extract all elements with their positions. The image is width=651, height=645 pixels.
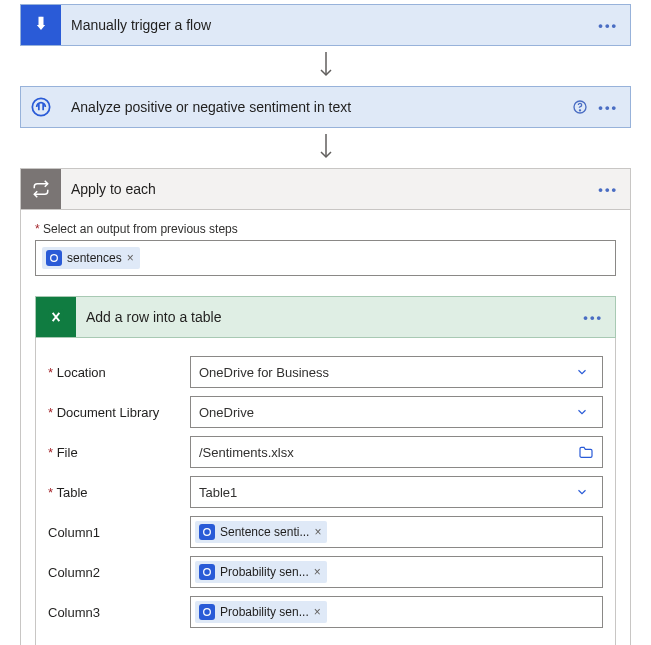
file-picker[interactable]: /Sentiments.xlsx xyxy=(190,436,603,468)
library-label: Document Library xyxy=(48,405,178,420)
svg-point-10 xyxy=(204,609,211,616)
token-col1[interactable]: Sentence senti... × xyxy=(195,521,327,543)
token-col3[interactable]: Probability sen... × xyxy=(195,601,327,623)
table-select[interactable]: Table1 xyxy=(190,476,603,508)
column1-label: Column1 xyxy=(48,525,178,540)
loop-menu-button[interactable]: ••• xyxy=(598,182,618,197)
location-label: Location xyxy=(48,365,178,380)
loop-icon xyxy=(21,169,61,209)
excel-action-header[interactable]: Add a row into a table ••• xyxy=(35,296,616,338)
token-sentences[interactable]: sentences × xyxy=(42,247,140,269)
library-select[interactable]: OneDrive xyxy=(190,396,603,428)
output-label: Select an output from previous steps xyxy=(35,222,616,236)
manual-trigger-icon xyxy=(21,5,61,45)
svg-point-2 xyxy=(32,98,49,115)
token-label: sentences xyxy=(67,251,122,265)
svg-point-6 xyxy=(51,255,58,262)
column2-label: Column2 xyxy=(48,565,178,580)
token-remove-button[interactable]: × xyxy=(127,251,134,265)
token-label: Probability sen... xyxy=(220,565,309,579)
svg-point-9 xyxy=(204,569,211,576)
trigger-card[interactable]: Manually trigger a flow ••• xyxy=(20,4,631,46)
location-select[interactable]: OneDrive for Business xyxy=(190,356,603,388)
flow-arrow-icon xyxy=(20,128,631,168)
ai-token-icon xyxy=(46,250,62,266)
svg-point-8 xyxy=(204,529,211,536)
token-remove-button[interactable]: × xyxy=(314,605,321,619)
flow-arrow-icon xyxy=(20,46,631,86)
table-label: Table xyxy=(48,485,178,500)
chevron-down-icon[interactable] xyxy=(570,365,594,379)
chevron-down-icon[interactable] xyxy=(570,485,594,499)
column3-label: Column3 xyxy=(48,605,178,620)
token-remove-button[interactable]: × xyxy=(314,525,321,539)
trigger-title: Manually trigger a flow xyxy=(61,17,586,33)
file-label: File xyxy=(48,445,178,460)
ai-builder-icon xyxy=(21,87,61,127)
column2-input[interactable]: Probability sen... × xyxy=(190,556,603,588)
trigger-menu-button[interactable]: ••• xyxy=(598,18,618,33)
sentiment-title: Analyze positive or negative sentiment i… xyxy=(61,99,560,115)
column1-input[interactable]: Sentence senti... × xyxy=(190,516,603,548)
excel-action-title: Add a row into a table xyxy=(76,309,571,325)
excel-menu-button[interactable]: ••• xyxy=(583,310,603,325)
loop-title: Apply to each xyxy=(61,181,586,197)
sentiment-card[interactable]: Analyze positive or negative sentiment i… xyxy=(20,86,631,128)
ai-token-icon xyxy=(199,524,215,540)
ai-token-icon xyxy=(199,604,215,620)
token-label: Sentence senti... xyxy=(220,525,309,539)
help-icon[interactable] xyxy=(572,99,588,115)
sentiment-menu-button[interactable]: ••• xyxy=(598,100,618,115)
token-col2[interactable]: Probability sen... × xyxy=(195,561,327,583)
svg-point-4 xyxy=(580,110,581,111)
excel-action-body: Location OneDrive for Business Document … xyxy=(35,338,616,645)
column3-input[interactable]: Probability sen... × xyxy=(190,596,603,628)
chevron-down-icon[interactable] xyxy=(570,405,594,419)
ai-token-icon xyxy=(199,564,215,580)
loop-output-input[interactable]: sentences × xyxy=(35,240,616,276)
loop-body: Select an output from previous steps sen… xyxy=(20,210,631,645)
loop-header[interactable]: Apply to each ••• xyxy=(20,168,631,210)
token-label: Probability sen... xyxy=(220,605,309,619)
folder-picker-icon[interactable] xyxy=(578,445,594,459)
excel-icon xyxy=(36,297,76,337)
svg-point-0 xyxy=(39,17,42,20)
token-remove-button[interactable]: × xyxy=(314,565,321,579)
